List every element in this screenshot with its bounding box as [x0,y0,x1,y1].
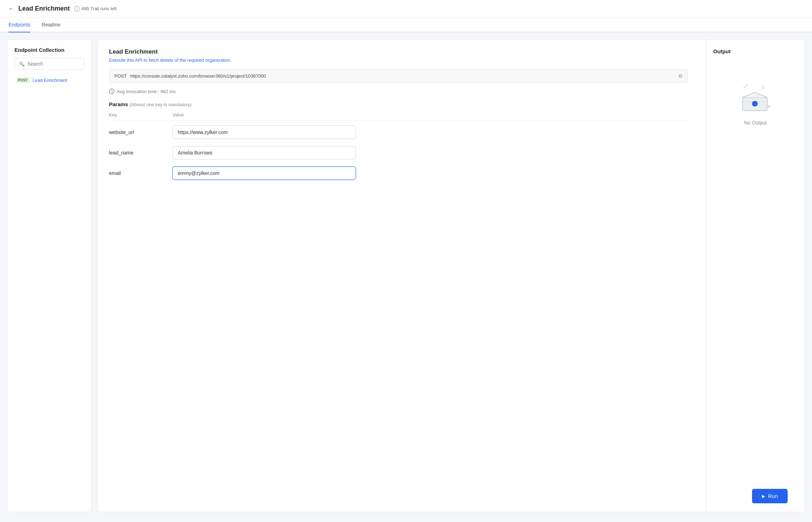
main-content: Endpoint Collection 🔍 POST Lead Enrichme… [0,32,812,519]
col-key-header: Key [109,112,172,117]
avg-time: Avg Invocation time : 982 ms [109,89,687,94]
copy-url-button[interactable]: ⧉ [679,73,682,79]
method-label: POST [114,73,127,79]
svg-point-11 [752,101,758,107]
run-button-container: ▶ Run [752,489,788,503]
param-key-email: email [109,170,172,176]
sidebar-title: Endpoint Collection [14,47,84,53]
param-key-lead-name: lead_name [109,150,172,156]
param-row-website-url: website_url [109,122,687,142]
right-panel: Lead Enrichment Execute this API to fetc… [97,40,805,512]
page-title: Lead Enrichment [18,5,70,12]
param-input-email[interactable] [172,166,356,180]
clock-icon [109,89,115,94]
svg-line-5 [763,87,764,89]
params-title: Params (Atleast one key is mandatory) [109,101,687,107]
tab-readme[interactable]: Readme [42,18,60,32]
svg-line-7 [768,105,770,107]
tab-endpoints[interactable]: Endpoints [8,18,30,32]
param-input-lead-name[interactable] [172,146,356,159]
avg-time-label: Avg Invocation time : 982 ms [117,89,176,94]
param-row-email: email [109,163,687,183]
no-output-label: No Output [744,120,767,126]
back-button[interactable]: ← [8,6,14,12]
output-panel: Output [706,40,805,512]
endpoint-description: Execute this API to fetch details of the… [109,57,687,63]
trail-label: 495 Trail runs left [81,6,117,11]
params-header: Key Value [109,112,687,121]
search-box[interactable]: 🔍 [14,58,84,70]
svg-line-4 [744,86,745,87]
sidebar-endpoint-name: Lead Enrichment [32,78,67,83]
play-icon: ▶ [762,494,765,499]
params-note: (Atleast one key is mandatory) [129,102,192,107]
svg-line-2 [112,91,113,92]
url-bar: POST https://console.catalyst.zoho.com/b… [109,69,687,83]
param-input-website-url[interactable] [172,126,356,139]
col-value-header: Value [172,112,687,117]
info-icon: i [74,6,80,12]
run-button-label: Run [768,493,778,499]
endpoint-title: Lead Enrichment [109,48,687,55]
sidebar-item-lead-enrichment[interactable]: POST Lead Enrichment [14,75,84,85]
output-title: Output [713,48,731,54]
post-badge: POST [16,78,30,83]
search-input[interactable] [28,61,80,67]
sidebar: Endpoint Collection 🔍 POST Lead Enrichme… [7,40,92,512]
endpoint-url: https://console.catalyst.zoho.com/browse… [130,73,675,79]
trail-info: i 495 Trail runs left [74,6,117,12]
app-header: ← Lead Enrichment i 495 Trail runs left [0,0,812,18]
no-output-illustration [736,83,775,114]
search-icon: 🔍 [19,61,25,67]
no-output-container: No Output [736,83,775,126]
param-key-website-url: website_url [109,129,172,135]
param-row-lead-name: lead_name [109,142,687,163]
run-button[interactable]: ▶ Run [752,489,788,503]
tabs-bar: Endpoints Readme [0,18,812,32]
